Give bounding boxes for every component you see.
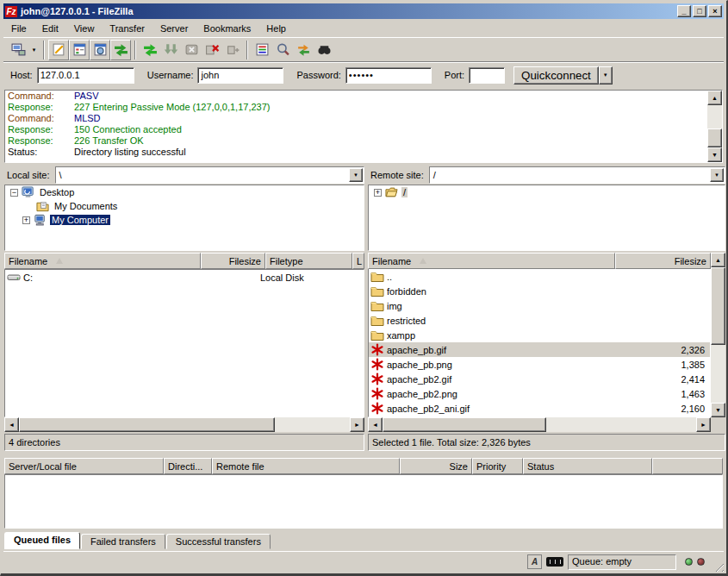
tree-item-label[interactable]: My Documents	[53, 201, 119, 211]
menu-edit[interactable]: Edit	[34, 22, 66, 35]
scroll-right-icon[interactable]: ►	[696, 417, 711, 432]
file-row[interactable]: restricted	[369, 313, 710, 328]
file-row[interactable]: img	[369, 298, 710, 313]
log-scrollbar[interactable]: ▲ ▼	[707, 91, 722, 162]
column-filename[interactable]: Filename	[4, 253, 201, 269]
tree-item-label[interactable]: /	[401, 187, 408, 197]
tab-successful-transfers[interactable]: Successful transfers	[166, 534, 271, 549]
column-filesize[interactable]: Filesize	[615, 253, 711, 269]
toggle-message-log-icon[interactable]	[48, 40, 69, 60]
scroll-left-icon[interactable]: ◄	[368, 417, 383, 432]
expand-icon[interactable]: +	[374, 189, 382, 197]
local-site-combo[interactable]: \ ▼	[55, 166, 364, 184]
scroll-right-icon[interactable]: ►	[350, 417, 364, 432]
column-filetype[interactable]: Filetype	[265, 253, 352, 269]
tree-item-my-documents[interactable]: My Documents	[5, 199, 364, 213]
queue-list[interactable]	[4, 474, 723, 529]
quickconnect-dropdown-icon[interactable]: ▼	[599, 66, 613, 85]
minimize-button[interactable]: _	[677, 5, 691, 17]
remote-site-dropdown-icon[interactable]: ▼	[710, 168, 724, 182]
synchronized-browsing-icon[interactable]	[293, 40, 314, 60]
scrollbar-thumb[interactable]	[19, 417, 275, 432]
collapse-icon[interactable]: −	[10, 189, 18, 197]
file-row[interactable]: xampp	[369, 328, 710, 342]
speed-limit-icon[interactable]	[546, 557, 563, 567]
log-label: Command:	[8, 91, 74, 102]
quickconnect-button[interactable]: Quickconnect	[513, 66, 599, 85]
menu-transfer[interactable]: Transfer	[102, 22, 152, 35]
cancel-operation-icon[interactable]	[181, 40, 202, 60]
image-file-icon	[370, 387, 384, 400]
process-queue-icon[interactable]	[160, 40, 181, 60]
tree-item-label[interactable]: My Computer	[50, 215, 110, 225]
password-input[interactable]	[345, 67, 432, 84]
tree-item-desktop[interactable]: − Desktop	[5, 185, 364, 199]
close-button[interactable]: ×	[708, 5, 722, 17]
column-direction[interactable]: Directi...	[164, 458, 212, 474]
menu-view[interactable]: View	[66, 22, 103, 35]
remote-site-combo[interactable]: / ▼	[429, 166, 725, 184]
folder-icon	[370, 299, 384, 312]
scrollbar-thumb[interactable]	[383, 417, 546, 432]
column-size[interactable]: Size	[400, 458, 472, 474]
scroll-down-icon[interactable]: ▼	[707, 147, 722, 162]
directory-comparison-icon[interactable]	[272, 40, 293, 60]
column-priority[interactable]: Priority	[472, 458, 523, 474]
file-row[interactable]: ..	[369, 269, 710, 284]
scroll-up-icon[interactable]: ▲	[711, 253, 725, 267]
column-filename[interactable]: Filename	[368, 253, 615, 269]
file-row-c-drive[interactable]: C: Local Disk	[5, 270, 364, 285]
column-filesize[interactable]: Filesize	[201, 253, 265, 269]
expand-icon[interactable]: +	[22, 216, 30, 224]
menu-bookmarks[interactable]: Bookmarks	[196, 22, 258, 35]
column-label: Priority	[476, 461, 506, 472]
toggle-remote-tree-icon[interactable]	[90, 40, 110, 60]
tab-failed-transfers[interactable]: Failed transfers	[81, 534, 165, 549]
scroll-left-icon[interactable]: ◄	[4, 417, 19, 432]
file-row[interactable]: apache_pb.png 1,385	[369, 357, 710, 372]
maximize-button[interactable]: □	[693, 5, 706, 17]
host-input[interactable]	[37, 67, 134, 84]
disconnect-icon[interactable]	[202, 40, 222, 60]
tree-item-root[interactable]: + /	[369, 185, 725, 199]
tab-queued-files[interactable]: Queued files	[4, 532, 80, 549]
reconnect-icon[interactable]	[222, 40, 243, 60]
scroll-up-icon[interactable]: ▲	[707, 91, 722, 105]
menu-server[interactable]: Server	[152, 22, 196, 35]
file-row[interactable]: apache_pb2_ani.gif 2,160	[369, 401, 710, 416]
file-name: apache_pb2.png	[387, 389, 619, 399]
column-remote-file[interactable]: Remote file	[212, 458, 400, 474]
remote-vertical-scrollbar[interactable]: ▲ ▼	[711, 253, 725, 417]
file-row[interactable]: apache_pb2.gif 2,414	[369, 372, 710, 386]
scrollbar-thumb[interactable]	[707, 128, 722, 147]
directory-filters-icon[interactable]	[252, 40, 272, 60]
tree-item-label[interactable]: Desktop	[38, 187, 76, 197]
refresh-icon[interactable]	[140, 40, 160, 60]
local-site-dropdown-icon[interactable]: ▼	[349, 168, 363, 182]
port-input[interactable]	[469, 67, 505, 84]
site-manager-icon[interactable]	[8, 40, 28, 60]
scrollbar-thumb[interactable]	[711, 267, 725, 345]
column-status[interactable]: Status	[523, 458, 652, 474]
find-files-icon[interactable]	[314, 40, 334, 60]
file-row-selected[interactable]: apache_pb.gif 2,326	[369, 342, 710, 357]
remote-horizontal-scrollbar[interactable]: ◄ ►	[368, 417, 711, 432]
transfer-type-icon[interactable]: A	[527, 554, 542, 569]
column-server-local-file[interactable]: Server/Local file	[4, 458, 164, 474]
title-bar[interactable]: Fz john@127.0.0.1 - FileZilla _ □ ×	[3, 3, 724, 19]
menu-help[interactable]: Help	[258, 22, 294, 35]
toggle-transfer-queue-icon[interactable]	[110, 40, 131, 60]
file-row[interactable]: apache_pb2.png 1,463	[369, 386, 710, 401]
local-horizontal-scrollbar[interactable]: ◄ ►	[4, 417, 364, 432]
username-input[interactable]	[197, 67, 283, 84]
toggle-local-tree-icon[interactable]	[69, 40, 90, 60]
file-row[interactable]: forbidden	[369, 284, 710, 298]
local-site-bar: Local site: \ ▼	[4, 166, 364, 184]
site-manager-dropdown-icon[interactable]: ▼	[28, 40, 40, 60]
column-label: Remote file	[216, 461, 264, 472]
column-last-modified[interactable]: L	[352, 253, 364, 269]
resize-grip[interactable]	[712, 560, 724, 572]
menu-file[interactable]: File	[3, 22, 34, 35]
tree-item-my-computer[interactable]: + My Computer	[5, 213, 364, 227]
scroll-down-icon[interactable]: ▼	[711, 403, 725, 417]
